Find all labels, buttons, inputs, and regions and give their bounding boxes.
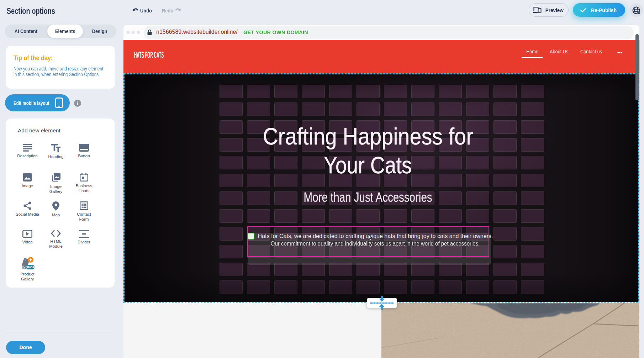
svg-text:SHOP: SHOP [26,266,35,269]
